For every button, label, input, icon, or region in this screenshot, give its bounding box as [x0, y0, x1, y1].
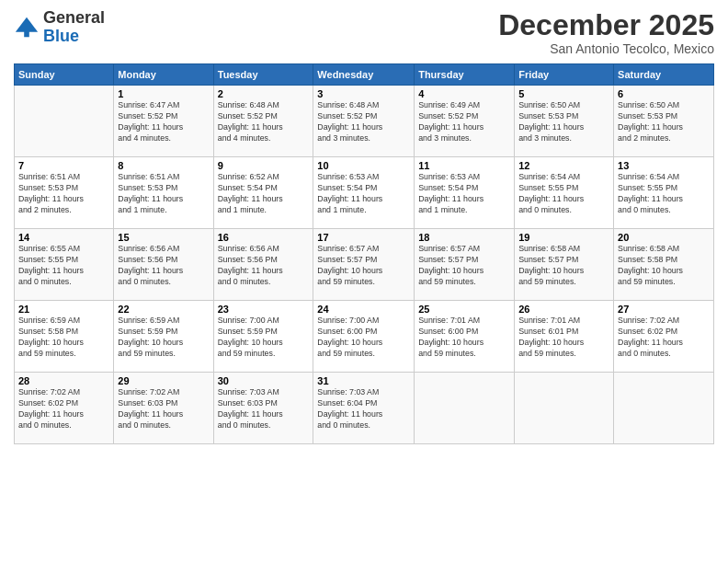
day-info: Sunrise: 6:50 AMSunset: 5:53 PMDaylight:… — [518, 100, 609, 144]
calendar-day: 23Sunrise: 7:00 AMSunset: 5:59 PMDayligh… — [213, 301, 313, 373]
day-number: 11 — [418, 160, 510, 171]
day-info: Sunrise: 6:52 AMSunset: 5:54 PMDaylight:… — [218, 172, 310, 216]
calendar-day: 28Sunrise: 7:02 AMSunset: 6:02 PMDayligh… — [15, 373, 114, 444]
day-info: Sunrise: 7:01 AMSunset: 6:01 PMDaylight:… — [518, 316, 609, 360]
day-number: 2 — [218, 88, 310, 99]
header-thursday: Thursday — [415, 64, 515, 86]
day-info: Sunrise: 6:58 AMSunset: 5:58 PMDaylight:… — [618, 244, 710, 288]
day-info: Sunrise: 7:01 AMSunset: 6:00 PMDaylight:… — [418, 316, 510, 360]
calendar-day: 20Sunrise: 6:58 AMSunset: 5:58 PMDayligh… — [614, 229, 714, 301]
calendar-day: 21Sunrise: 6:59 AMSunset: 5:58 PMDayligh… — [15, 301, 114, 373]
day-number: 8 — [118, 160, 209, 171]
calendar-day: 27Sunrise: 7:02 AMSunset: 6:02 PMDayligh… — [614, 301, 714, 373]
logo: General Blue — [14, 9, 105, 46]
calendar-day: 12Sunrise: 6:54 AMSunset: 5:55 PMDayligh… — [515, 157, 614, 229]
day-number: 31 — [317, 375, 410, 386]
day-number: 28 — [18, 375, 109, 386]
day-number: 17 — [317, 232, 410, 243]
day-number: 1 — [118, 88, 209, 99]
calendar-day: 4Sunrise: 6:49 AMSunset: 5:52 PMDaylight… — [415, 86, 515, 157]
calendar-day: 8Sunrise: 6:51 AMSunset: 5:53 PMDaylight… — [114, 157, 213, 229]
day-info: Sunrise: 7:03 AMSunset: 6:03 PMDaylight:… — [218, 387, 310, 431]
calendar-day: 9Sunrise: 6:52 AMSunset: 5:54 PMDaylight… — [213, 157, 313, 229]
day-info: Sunrise: 6:59 AMSunset: 5:59 PMDaylight:… — [118, 316, 209, 360]
header-monday: Monday — [114, 64, 213, 86]
day-info: Sunrise: 6:48 AMSunset: 5:52 PMDaylight:… — [218, 100, 310, 144]
day-info: Sunrise: 7:03 AMSunset: 6:04 PMDaylight:… — [317, 387, 410, 431]
month-title: December 2025 — [498, 9, 714, 41]
day-info: Sunrise: 7:02 AMSunset: 6:03 PMDaylight:… — [118, 387, 209, 431]
day-info: Sunrise: 6:47 AMSunset: 5:52 PMDaylight:… — [118, 100, 209, 144]
day-info: Sunrise: 6:51 AMSunset: 5:53 PMDaylight:… — [18, 172, 109, 216]
calendar-day: 30Sunrise: 7:03 AMSunset: 6:03 PMDayligh… — [213, 373, 313, 444]
calendar-table: Sunday Monday Tuesday Wednesday Thursday… — [14, 63, 714, 444]
day-info: Sunrise: 6:54 AMSunset: 5:55 PMDaylight:… — [518, 172, 609, 216]
day-info: Sunrise: 6:48 AMSunset: 5:52 PMDaylight:… — [317, 100, 410, 144]
day-number: 9 — [218, 160, 310, 171]
calendar-day: 16Sunrise: 6:56 AMSunset: 5:56 PMDayligh… — [213, 229, 313, 301]
day-info: Sunrise: 6:59 AMSunset: 5:58 PMDaylight:… — [18, 316, 109, 360]
calendar-day — [415, 373, 515, 444]
day-info: Sunrise: 6:53 AMSunset: 5:54 PMDaylight:… — [418, 172, 510, 216]
day-number: 14 — [18, 232, 109, 243]
day-number: 29 — [118, 375, 209, 386]
day-number: 4 — [418, 88, 510, 99]
calendar-body: 1Sunrise: 6:47 AMSunset: 5:52 PMDaylight… — [15, 86, 714, 444]
day-number: 16 — [218, 232, 310, 243]
day-number: 12 — [518, 160, 609, 171]
day-number: 21 — [18, 304, 109, 315]
day-number: 25 — [418, 304, 510, 315]
calendar-day — [515, 373, 614, 444]
calendar-day: 18Sunrise: 6:57 AMSunset: 5:57 PMDayligh… — [415, 229, 515, 301]
day-number: 3 — [317, 88, 410, 99]
calendar-day: 24Sunrise: 7:00 AMSunset: 6:00 PMDayligh… — [313, 301, 415, 373]
day-info: Sunrise: 6:58 AMSunset: 5:57 PMDaylight:… — [518, 244, 609, 288]
day-number: 26 — [518, 304, 609, 315]
day-info: Sunrise: 6:56 AMSunset: 5:56 PMDaylight:… — [118, 244, 209, 288]
calendar-day: 10Sunrise: 6:53 AMSunset: 5:54 PMDayligh… — [313, 157, 415, 229]
calendar-day: 2Sunrise: 6:48 AMSunset: 5:52 PMDaylight… — [213, 86, 313, 157]
day-info: Sunrise: 6:55 AMSunset: 5:55 PMDaylight:… — [18, 244, 109, 288]
day-number: 22 — [118, 304, 209, 315]
svg-rect-1 — [24, 30, 29, 37]
calendar-day: 1Sunrise: 6:47 AMSunset: 5:52 PMDaylight… — [114, 86, 213, 157]
day-number: 13 — [618, 160, 710, 171]
header-tuesday: Tuesday — [213, 64, 313, 86]
logo-icon — [14, 15, 40, 40]
calendar-day: 25Sunrise: 7:01 AMSunset: 6:00 PMDayligh… — [415, 301, 515, 373]
svg-marker-0 — [16, 17, 38, 32]
calendar-day: 13Sunrise: 6:54 AMSunset: 5:55 PMDayligh… — [614, 157, 714, 229]
day-info: Sunrise: 6:50 AMSunset: 5:53 PMDaylight:… — [618, 100, 710, 144]
calendar-day: 19Sunrise: 6:58 AMSunset: 5:57 PMDayligh… — [515, 229, 614, 301]
day-info: Sunrise: 7:02 AMSunset: 6:02 PMDaylight:… — [18, 387, 109, 431]
day-info: Sunrise: 6:54 AMSunset: 5:55 PMDaylight:… — [618, 172, 710, 216]
title-block: December 2025 San Antonio Tecolco, Mexic… — [498, 9, 714, 56]
day-number: 7 — [18, 160, 109, 171]
calendar-day: 5Sunrise: 6:50 AMSunset: 5:53 PMDaylight… — [515, 86, 614, 157]
day-number: 23 — [218, 304, 310, 315]
day-info: Sunrise: 6:53 AMSunset: 5:54 PMDaylight:… — [317, 172, 410, 216]
calendar-week-5: 28Sunrise: 7:02 AMSunset: 6:02 PMDayligh… — [15, 373, 714, 444]
page-header: General Blue December 2025 San Antonio T… — [14, 9, 714, 56]
day-info: Sunrise: 6:56 AMSunset: 5:56 PMDaylight:… — [218, 244, 310, 288]
calendar-week-4: 21Sunrise: 6:59 AMSunset: 5:58 PMDayligh… — [15, 301, 714, 373]
header-saturday: Saturday — [614, 64, 714, 86]
day-info: Sunrise: 6:57 AMSunset: 5:57 PMDaylight:… — [418, 244, 510, 288]
calendar-day: 6Sunrise: 6:50 AMSunset: 5:53 PMDaylight… — [614, 86, 714, 157]
day-info: Sunrise: 7:00 AMSunset: 6:00 PMDaylight:… — [317, 316, 410, 360]
day-number: 30 — [218, 375, 310, 386]
calendar-day — [614, 373, 714, 444]
day-info: Sunrise: 7:02 AMSunset: 6:02 PMDaylight:… — [618, 316, 710, 360]
calendar-day: 7Sunrise: 6:51 AMSunset: 5:53 PMDaylight… — [15, 157, 114, 229]
calendar-day: 29Sunrise: 7:02 AMSunset: 6:03 PMDayligh… — [114, 373, 213, 444]
calendar-day: 26Sunrise: 7:01 AMSunset: 6:01 PMDayligh… — [515, 301, 614, 373]
calendar-day: 31Sunrise: 7:03 AMSunset: 6:04 PMDayligh… — [313, 373, 415, 444]
day-number: 6 — [618, 88, 710, 99]
calendar-week-1: 1Sunrise: 6:47 AMSunset: 5:52 PMDaylight… — [15, 86, 714, 157]
calendar-day: 15Sunrise: 6:56 AMSunset: 5:56 PMDayligh… — [114, 229, 213, 301]
header-friday: Friday — [515, 64, 614, 86]
day-info: Sunrise: 6:49 AMSunset: 5:52 PMDaylight:… — [418, 100, 510, 144]
calendar-day: 14Sunrise: 6:55 AMSunset: 5:55 PMDayligh… — [15, 229, 114, 301]
calendar-day: 11Sunrise: 6:53 AMSunset: 5:54 PMDayligh… — [415, 157, 515, 229]
calendar-day — [15, 86, 114, 157]
